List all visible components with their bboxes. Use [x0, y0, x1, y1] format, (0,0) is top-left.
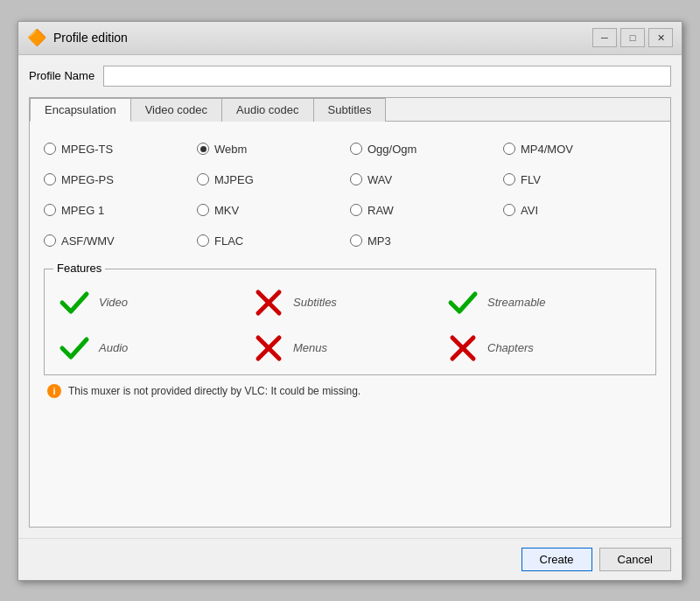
radio-circle-flv — [503, 173, 515, 185]
vlc-icon: 🔶 — [27, 28, 46, 47]
radio-circle-raw — [350, 204, 362, 216]
radio-circle-webm — [197, 143, 209, 155]
titlebar-buttons: ─ □ ✕ — [592, 28, 673, 47]
radio-label-mp4-mov: MP4/MOV — [521, 143, 573, 156]
radio-raw[interactable]: RAW — [350, 200, 503, 220]
radio-label-raw: RAW — [368, 204, 394, 217]
radio-circle-wav — [350, 173, 362, 185]
radio-circle-mpeg1 — [44, 204, 56, 216]
radio-label-mp3: MP3 — [368, 234, 391, 248]
tab-audio-codec[interactable]: Audio codec — [222, 98, 314, 122]
cross-icon-subtitles — [253, 287, 284, 318]
features-box: Features Video — [44, 269, 656, 375]
radio-circle-avi — [503, 204, 515, 216]
radio-webm[interactable]: Webm — [197, 139, 350, 159]
feature-label-subtitles: Subtitles — [293, 296, 337, 309]
feature-label-streamable: Streamable — [487, 296, 545, 309]
cross-icon-menus — [253, 332, 284, 364]
radio-circle-ogg-ogm — [350, 143, 362, 155]
feature-audio: Audio — [59, 332, 253, 364]
feature-label-menus: Menus — [293, 341, 327, 354]
minimize-button[interactable]: ─ — [592, 28, 617, 47]
check-icon-audio — [59, 332, 90, 364]
radio-mpeg-ps[interactable]: MPEG-PS — [44, 170, 197, 190]
radio-ogg-ogm[interactable]: Ogg/Ogm — [350, 139, 503, 159]
features-grid: Video Subtitles — [59, 287, 641, 364]
encapsulation-tab-content: MPEG-TS Webm Ogg/Ogm MP4/MOV — [30, 122, 670, 527]
tab-encapsulation[interactable]: Encapsulation — [30, 98, 131, 122]
radio-circle-mpeg-ts — [44, 143, 56, 155]
radio-circle-mjpeg — [197, 173, 209, 185]
radio-asf-wmv[interactable]: ASF/WMV — [44, 231, 197, 251]
feature-label-video: Video — [99, 296, 128, 309]
check-icon-video — [59, 287, 90, 318]
radio-mpeg1[interactable]: MPEG 1 — [44, 200, 197, 220]
radio-circle-mp3 — [350, 234, 362, 247]
radio-label-avi: AVI — [521, 204, 538, 217]
feature-video: Video — [59, 287, 253, 318]
maximize-button[interactable]: □ — [620, 28, 645, 47]
radio-flac[interactable]: FLAC — [197, 231, 350, 251]
window-title: Profile edition — [53, 31, 128, 45]
radio-circle-mpeg-ps — [44, 173, 56, 185]
warning-text: This muxer is not provided directly by V… — [68, 385, 360, 397]
tabs-header: Encapsulation Video codec Audio codec Su… — [30, 98, 670, 122]
encapsulation-options: MPEG-TS Webm Ogg/Ogm MP4/MOV — [44, 139, 656, 251]
close-button[interactable]: ✕ — [648, 28, 673, 47]
cancel-button[interactable]: Cancel — [599, 548, 671, 571]
profile-name-input[interactable] — [103, 66, 671, 87]
radio-circle-mp4-mov — [503, 143, 515, 155]
radio-label-mpeg-ts: MPEG-TS — [61, 143, 113, 156]
feature-label-audio: Audio — [99, 341, 128, 354]
feature-streamable: Streamable — [447, 287, 641, 318]
feature-menus: Menus — [253, 332, 447, 364]
feature-chapters: Chapters — [447, 332, 641, 364]
radio-circle-flac — [197, 234, 209, 247]
profile-name-label: Profile Name — [29, 69, 94, 82]
cross-icon-chapters — [447, 332, 479, 364]
radio-avi[interactable]: AVI — [503, 200, 656, 220]
features-legend: Features — [53, 262, 105, 275]
radio-mp3[interactable]: MP3 — [350, 231, 503, 251]
feature-label-chapters: Chapters — [487, 341, 534, 354]
radio-circle-asf-wmv — [44, 234, 56, 247]
titlebar: 🔶 Profile edition ─ □ ✕ — [18, 22, 682, 55]
radio-flv[interactable]: FLV — [503, 170, 656, 190]
radio-mkv[interactable]: MKV — [197, 200, 350, 220]
create-button[interactable]: Create — [522, 548, 592, 571]
tabs-container: Encapsulation Video codec Audio codec Su… — [29, 97, 671, 528]
bottom-bar: Create Cancel — [18, 538, 682, 580]
feature-subtitles: Subtitles — [253, 287, 447, 318]
radio-label-mpeg1: MPEG 1 — [61, 204, 104, 217]
radio-label-mpeg-ps: MPEG-PS — [61, 173, 114, 186]
warning-row: i This muxer is not provided directly by… — [44, 375, 656, 402]
radio-label-asf-wmv: ASF/WMV — [61, 234, 115, 248]
radio-label-flv: FLV — [521, 173, 541, 186]
radio-label-ogg-ogm: Ogg/Ogm — [368, 143, 416, 156]
main-content: Profile Name Encapsulation Video codec A… — [18, 55, 682, 538]
profile-name-row: Profile Name — [29, 66, 671, 87]
tab-subtitles[interactable]: Subtitles — [314, 98, 387, 122]
radio-label-flac: FLAC — [214, 234, 243, 248]
radio-placeholder — [503, 231, 656, 251]
radio-label-mkv: MKV — [214, 204, 239, 217]
radio-label-mjpeg: MJPEG — [214, 173, 254, 186]
radio-label-webm: Webm — [214, 143, 247, 156]
radio-circle-mkv — [197, 204, 209, 216]
radio-mp4-mov[interactable]: MP4/MOV — [503, 139, 656, 159]
radio-wav[interactable]: WAV — [350, 170, 503, 190]
radio-label-wav: WAV — [368, 173, 392, 186]
warning-icon: i — [47, 384, 61, 398]
profile-edition-window: 🔶 Profile edition ─ □ ✕ Profile Name Enc… — [18, 21, 682, 581]
radio-mpeg-ts[interactable]: MPEG-TS — [44, 139, 197, 159]
titlebar-left: 🔶 Profile edition — [27, 28, 128, 47]
tab-video-codec[interactable]: Video codec — [131, 98, 222, 122]
radio-mjpeg[interactable]: MJPEG — [197, 170, 350, 190]
check-icon-streamable — [447, 287, 479, 318]
